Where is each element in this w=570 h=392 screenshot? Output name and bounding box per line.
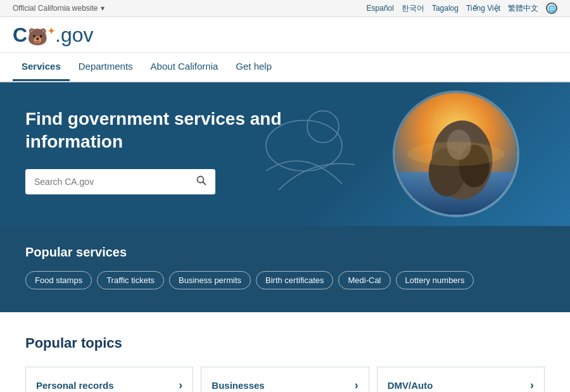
popular-services-section: Popular services Food stamps Traffic tic… — [0, 226, 570, 312]
logo-ca-text: C🐻✦.gov — [13, 25, 94, 45]
logo-star-icon: ✦ — [48, 26, 55, 36]
lang-vietnamese[interactable]: Tiếng Việt — [466, 4, 500, 13]
lang-chinese[interactable]: 繁體中文 — [508, 3, 538, 14]
official-website-link[interactable]: Official California website — [13, 4, 98, 13]
svg-point-10 — [407, 142, 505, 166]
service-tag-business-permits[interactable]: Business permits — [169, 271, 251, 289]
nav-departments[interactable]: Departments — [70, 53, 142, 81]
topic-label-dmv-auto: DMV/Auto — [388, 380, 433, 391]
top-bar: Official California website ▾ Español 한국… — [0, 0, 570, 17]
topbar-chevron: ▾ — [101, 4, 104, 13]
popular-topics-section: Popular topics Personal records › Busine… — [0, 312, 570, 392]
topic-arrow-personal-records: › — [179, 379, 182, 392]
lang-tagalog[interactable]: Tagalog — [432, 4, 459, 13]
hero-section: Find government services and information — [0, 82, 570, 226]
hero-title: Find government services and information — [25, 108, 310, 154]
topic-arrow-dmv-auto: › — [530, 379, 534, 392]
service-tag-food-stamps[interactable]: Food stamps — [25, 271, 92, 289]
popular-services-heading: Popular services — [25, 245, 545, 260]
language-selector: Español 한국어 Tagalog Tiếng Việt 繁體中文 🌐 — [367, 3, 557, 14]
search-button[interactable] — [187, 169, 215, 194]
nav-services[interactable]: Services — [13, 53, 70, 81]
service-tag-lottery-numbers[interactable]: Lottery numbers — [396, 271, 474, 289]
nav-get-help[interactable]: Get help — [227, 53, 281, 81]
search-icon — [196, 175, 206, 186]
nav-about-california[interactable]: About California — [142, 53, 227, 81]
logo-c: C — [13, 23, 27, 46]
service-tag-medi-cal[interactable]: Medi-Cal — [338, 271, 390, 289]
hero-photo — [393, 91, 519, 217]
svg-point-1 — [307, 111, 339, 142]
header: C🐻✦.gov — [0, 17, 570, 53]
globe-icon: 🌐 — [546, 3, 557, 14]
hero-photo-inner — [395, 93, 517, 215]
search-bar — [25, 169, 215, 194]
topic-card-dmv-auto[interactable]: DMV/Auto › — [377, 367, 545, 392]
topic-label-businesses: Businesses — [212, 380, 264, 391]
topic-card-personal-records[interactable]: Personal records › — [25, 367, 193, 392]
main-nav: Services Departments About California Ge… — [0, 53, 570, 82]
popular-topics-heading: Popular topics — [25, 335, 545, 351]
lang-korean[interactable]: 한국어 — [402, 3, 424, 14]
service-tag-traffic-tickets[interactable]: Traffic tickets — [97, 271, 164, 289]
official-website-label: Official California website ▾ — [13, 4, 104, 13]
hero-content: Find government services and information — [25, 108, 310, 194]
logo-bear-icon: 🐻 — [27, 27, 48, 46]
search-input[interactable] — [25, 170, 187, 193]
logo-link[interactable]: C🐻✦.gov — [13, 25, 94, 45]
topic-arrow-businesses: › — [355, 379, 358, 392]
service-tags-container: Food stamps Traffic tickets Business per… — [25, 271, 545, 289]
svg-line-3 — [203, 182, 206, 184]
topic-label-personal-records: Personal records — [36, 380, 114, 391]
topic-card-businesses[interactable]: Businesses › — [201, 367, 369, 392]
topics-row-1: Personal records › Businesses › DMV/Auto… — [25, 367, 545, 392]
lang-espanol[interactable]: Español — [367, 4, 394, 13]
service-tag-birth-certificates[interactable]: Birth certificates — [256, 271, 333, 289]
logo-gov-text: .gov — [55, 23, 93, 46]
